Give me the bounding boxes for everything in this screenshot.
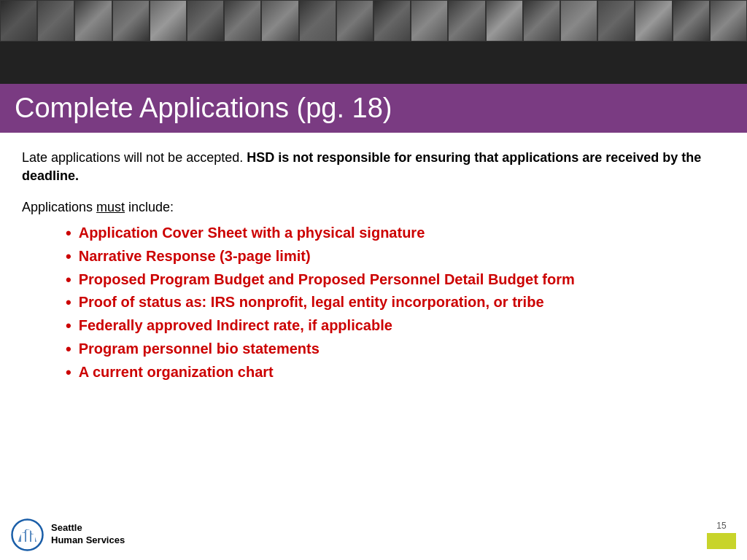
must-suffix: include: <box>125 200 174 214</box>
slide-title: Complete Applications (pg. 18) <box>15 93 732 124</box>
list-item: Application Cover Sheet with a physical … <box>66 222 725 244</box>
list-item: A current organization chart <box>66 362 725 384</box>
photo-cell <box>635 0 672 42</box>
photo-cell <box>597 0 635 42</box>
photo-cell <box>0 0 37 42</box>
photo-cell <box>150 0 187 42</box>
photo-cell <box>37 0 74 42</box>
logo-line2: Human Services <box>51 534 125 547</box>
list-item: Federally approved Indirect rate, if app… <box>66 315 725 337</box>
must-prefix: Applications <box>22 200 96 214</box>
page-number: 15 <box>716 521 726 531</box>
seattle-hsd-logo <box>11 518 44 551</box>
photo-cell <box>187 0 224 42</box>
requirements-list: Application Cover Sheet with a physical … <box>66 222 725 383</box>
svg-rect-3 <box>31 534 35 542</box>
page-number-box <box>707 533 736 549</box>
main-content: Late applications will not be accepted. … <box>0 133 747 383</box>
must-include-heading: Applications must include: <box>22 200 725 215</box>
svg-rect-2 <box>26 530 30 542</box>
list-item: Proof of status as: IRS nonprofit, legal… <box>66 292 725 314</box>
svg-point-6 <box>31 530 35 534</box>
photo-cell <box>673 0 710 42</box>
list-item: Program personnel bio statements <box>66 338 725 360</box>
svg-point-5 <box>26 526 30 529</box>
photo-cell <box>336 0 374 42</box>
logo-text: Seattle Human Services <box>51 522 125 547</box>
photo-cell <box>374 0 411 42</box>
footer: Seattle Human Services 15 <box>0 509 747 560</box>
photo-cell <box>523 0 560 42</box>
photo-cell <box>74 0 112 42</box>
photo-cell <box>486 0 523 42</box>
photo-cell <box>112 0 150 42</box>
list-item: Narrative Response (3-page limit) <box>66 246 725 268</box>
photo-cell <box>224 0 261 42</box>
photo-cell <box>710 0 747 42</box>
intro-text-normal: Late applications will not be accepted. <box>22 150 247 165</box>
photo-cell <box>261 0 298 42</box>
logo-line1: Seattle <box>51 522 125 534</box>
must-underline: must <box>96 200 125 214</box>
title-banner: Complete Applications (pg. 18) <box>0 84 747 133</box>
photo-cell <box>560 0 597 42</box>
photo-cell <box>448 0 485 42</box>
logo-area: Seattle Human Services <box>11 518 125 551</box>
photo-strip <box>0 0 747 84</box>
intro-paragraph: Late applications will not be accepted. … <box>22 149 725 185</box>
photo-cell <box>411 0 448 42</box>
page-number-area: 15 <box>707 521 736 549</box>
photo-cell <box>299 0 336 42</box>
list-item: Proposed Program Budget and Proposed Per… <box>66 269 725 291</box>
svg-rect-1 <box>21 533 25 542</box>
svg-point-4 <box>21 529 25 532</box>
